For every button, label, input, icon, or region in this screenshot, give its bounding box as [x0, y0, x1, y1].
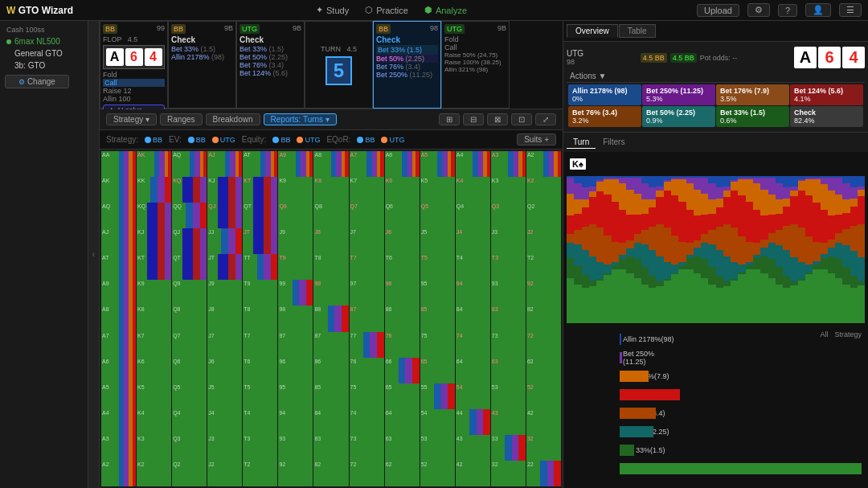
matrix-cell[interactable]: 53: [420, 435, 455, 461]
matrix-cell[interactable]: T8: [243, 306, 277, 331]
matrix-cell[interactable]: Q3: [491, 203, 526, 228]
matrix-cell[interactable]: Q5: [172, 383, 207, 409]
matrix-cell[interactable]: AQ: [101, 203, 136, 228]
filter-icon[interactable]: ⊟: [463, 113, 484, 125]
matrix-cell[interactable]: A5: [101, 383, 136, 409]
matrix-cell[interactable]: T3: [491, 254, 526, 280]
breakdown-button[interactable]: Breakdown: [206, 113, 260, 125]
bet250-active[interactable]: Bet 250% (11.25): [376, 71, 438, 79]
reports-button[interactable]: Reports: Turns ▾: [264, 113, 337, 125]
settings-icon[interactable]: ⚙: [747, 3, 770, 17]
matrix-cell[interactable]: 54: [420, 409, 455, 435]
tab-table[interactable]: Table: [619, 24, 656, 38]
matrix-cell[interactable]: K5: [420, 177, 455, 203]
bet33-option[interactable]: Bet 33% (1.5): [171, 45, 233, 53]
matrix-cell[interactable]: A7: [101, 332, 136, 358]
nav-collapse-button[interactable]: ‹: [88, 21, 100, 488]
matrix-cell[interactable]: 53: [491, 383, 526, 409]
matrix-cell[interactable]: 63: [385, 435, 420, 461]
matrix-cell[interactable]: Q6: [172, 358, 207, 383]
matrix-cell[interactable]: 72: [526, 332, 561, 358]
matrix-cell[interactable]: K3: [137, 435, 171, 461]
matrix-cell[interactable]: Q3: [172, 435, 207, 461]
utg-raise50[interactable]: Raise 50% (24.75): [444, 51, 506, 59]
expand-icon[interactable]: ⤢: [535, 113, 556, 125]
nav-practice[interactable]: ⬡ Practice: [365, 5, 408, 15]
matrix-cell[interactable]: QJ: [172, 228, 207, 254]
matrix-cell[interactable]: 76: [385, 332, 420, 358]
matrix-cell[interactable]: J2: [526, 228, 561, 254]
matrix-cell[interactable]: T6: [243, 358, 277, 383]
matrix-cell[interactable]: AJ: [101, 228, 136, 254]
matrix-cell[interactable]: 55: [420, 383, 455, 409]
matrix-cell[interactable]: T2: [526, 254, 561, 280]
matrix-cell[interactable]: 85: [313, 383, 348, 409]
matrix-cell[interactable]: 32: [491, 461, 526, 486]
actions-header[interactable]: Actions ▼: [567, 70, 865, 83]
matrix-cell[interactable]: 95: [278, 383, 313, 409]
matrix-cell[interactable]: 86: [313, 358, 348, 383]
matrix-cell[interactable]: 66: [385, 358, 420, 383]
bet50-utg[interactable]: Bet 50% (2.25): [240, 53, 301, 61]
bet33-utg[interactable]: Bet 33% (1.5): [240, 45, 301, 53]
matrix-cell[interactable]: KJ: [207, 177, 242, 203]
bet50-active[interactable]: Bet 50% (2.25): [376, 55, 438, 63]
change-button[interactable]: ⚙ Change: [5, 75, 69, 88]
action-cell-1[interactable]: Bet 250% (11.25)5.3%: [642, 84, 715, 105]
matrix-cell[interactable]: J3: [491, 228, 526, 254]
matrix-cell[interactable]: QQ: [172, 203, 207, 228]
action-call[interactable]: Call: [103, 79, 165, 87]
matrix-cell[interactable]: QT: [243, 203, 277, 228]
matrix-cell[interactable]: K6: [137, 358, 171, 383]
matrix-cell[interactable]: KQ: [137, 203, 171, 228]
matrix-cell[interactable]: J3: [207, 435, 242, 461]
matrix-cell[interactable]: 33: [491, 435, 526, 461]
matrix-cell[interactable]: 85: [420, 306, 455, 331]
matrix-cell[interactable]: A8: [313, 151, 348, 177]
matrix-cell[interactable]: 92: [278, 461, 313, 486]
matrix-cell[interactable]: 93: [278, 435, 313, 461]
matrix-cell[interactable]: Q6: [385, 203, 420, 228]
matrix-cell[interactable]: K5: [137, 383, 171, 409]
tab-turn[interactable]: Turn: [567, 136, 596, 149]
matrix-cell[interactable]: J6: [207, 358, 242, 383]
matrix-cell[interactable]: J6: [385, 228, 420, 254]
matrix-cell[interactable]: 99: [278, 280, 313, 306]
matrix-cell[interactable]: 87: [350, 306, 384, 331]
upload-button[interactable]: Upload: [697, 4, 739, 17]
matrix-cell[interactable]: 96: [385, 280, 420, 306]
matrix-cell[interactable]: 88: [313, 306, 348, 331]
action-fold[interactable]: Fold: [103, 71, 165, 79]
utg-call[interactable]: Call: [444, 43, 506, 51]
matrix-cell[interactable]: JT: [243, 228, 277, 254]
matrix-cell[interactable]: K7: [137, 332, 171, 358]
matrix-cell[interactable]: KK: [137, 177, 171, 203]
nav-study[interactable]: ✦ Study: [316, 5, 349, 15]
user-icon[interactable]: 👤: [805, 3, 831, 17]
matrix-cell[interactable]: AJ: [207, 151, 242, 177]
matrix-cell[interactable]: 63: [491, 358, 526, 383]
help-icon[interactable]: ?: [778, 4, 797, 17]
matrix-cell[interactable]: 65: [385, 383, 420, 409]
matrix-cell[interactable]: 95: [420, 280, 455, 306]
matrix-cell[interactable]: A2: [101, 461, 136, 486]
matrix-cell[interactable]: K2: [526, 177, 561, 203]
matrix-cell[interactable]: 42: [456, 461, 490, 486]
matrix-cell[interactable]: A7: [350, 151, 384, 177]
nav-analyze[interactable]: ⬢ Analyze: [424, 5, 467, 15]
matrix-cell[interactable]: J5: [207, 383, 242, 409]
matrix-cell[interactable]: KT: [137, 254, 171, 280]
matrix-cell[interactable]: KJ: [137, 228, 171, 254]
matrix-cell[interactable]: KQ: [172, 177, 207, 203]
matrix-cell[interactable]: T7: [350, 254, 384, 280]
matrix-cell[interactable]: 73: [491, 332, 526, 358]
action-cell-0[interactable]: Allin 2178% (98)0%: [568, 84, 641, 105]
matrix-cell[interactable]: T5: [420, 254, 455, 280]
sidebar-item-6max[interactable]: 6max NL500: [3, 35, 84, 47]
matrix-cell[interactable]: Q7: [350, 203, 384, 228]
matrix-cell[interactable]: 22: [526, 461, 561, 486]
matrix-cell[interactable]: Q7: [172, 332, 207, 358]
matrix-cell[interactable]: 83: [491, 306, 526, 331]
matrix-cell[interactable]: 74: [456, 332, 490, 358]
matrix-cell[interactable]: 97: [278, 332, 313, 358]
